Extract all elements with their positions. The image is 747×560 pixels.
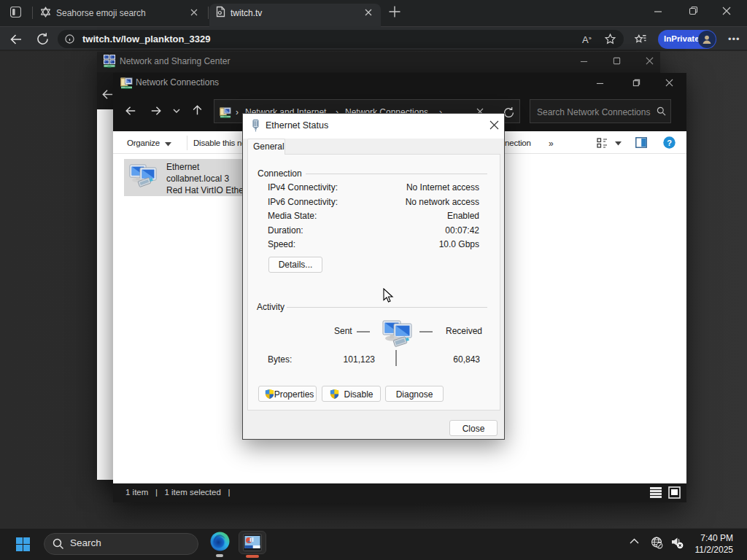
svg-text:?: ? (667, 139, 672, 147)
